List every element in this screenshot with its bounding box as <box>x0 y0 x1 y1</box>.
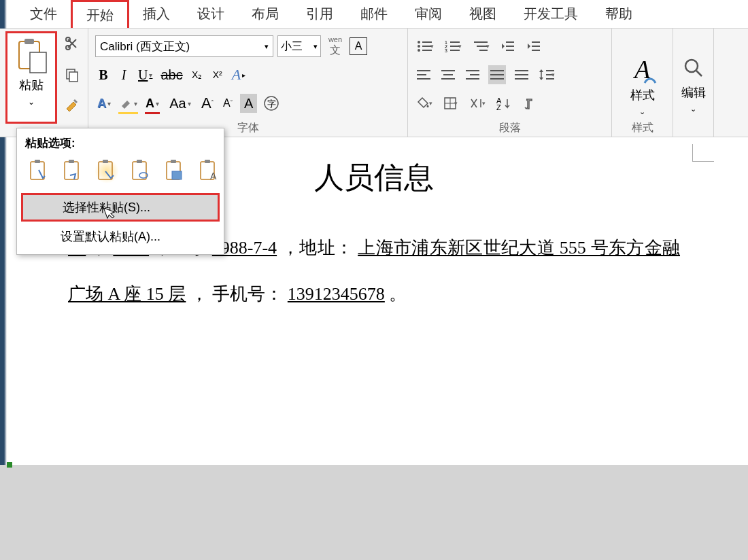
svg-text:Z: Z <box>496 103 501 110</box>
font-size-select[interactable]: 小三 ▾ <box>277 35 321 57</box>
styles-group-label: 样式 <box>612 121 673 135</box>
highlight-button[interactable]: ▾ <box>117 94 139 113</box>
dropdown-arrow-icon: ▾ <box>313 42 318 51</box>
multilevel-list-button[interactable]: ▾ <box>471 37 492 56</box>
svg-point-13 <box>418 49 420 52</box>
tab-view[interactable]: 视图 <box>456 0 510 28</box>
align-right-button[interactable] <box>464 65 481 84</box>
paste-dropdown-arrow[interactable]: ⌄ <box>28 97 35 107</box>
superscript-button[interactable]: X² <box>209 65 226 84</box>
svg-point-54 <box>685 60 698 72</box>
styles-label: 样式 <box>630 87 655 103</box>
svg-rect-61 <box>103 160 108 163</box>
enclose-char-button[interactable]: 字 <box>261 94 282 113</box>
tab-insert[interactable]: 插入 <box>129 0 184 28</box>
paste-dropdown-menu: 粘贴选项: A 选择性粘贴(S)... 设置默认粘贴(A)... <box>16 128 224 255</box>
svg-rect-1 <box>24 39 34 44</box>
svg-rect-69 <box>205 160 210 163</box>
svg-text:A: A <box>210 171 217 181</box>
paste-option-keep-source-icon[interactable] <box>27 159 51 183</box>
font-group: Calibri (西文正文) ▾ 小三 ▾ wen 文 A B I U▾ abc… <box>88 29 408 137</box>
svg-rect-2 <box>30 52 46 73</box>
paste-options-title: 粘贴选项: <box>17 133 224 156</box>
paste-label: 粘贴 <box>19 77 44 93</box>
paste-option-link-icon[interactable] <box>129 159 153 183</box>
clipboard-icon <box>12 37 50 75</box>
paste-option-merge-icon[interactable] <box>61 159 85 183</box>
tab-layout[interactable]: 布局 <box>238 0 292 28</box>
styles-dropdown-arrow[interactable]: ⌄ <box>639 107 645 116</box>
find-icon[interactable] <box>683 57 704 82</box>
phonetic-guide-icon[interactable]: wen 文 <box>325 35 345 58</box>
tab-developer[interactable]: 开发工具 <box>510 0 592 28</box>
ribbon: 粘贴 ⌄ Calibri (西文正文) ▾ 小三 ▾ <box>0 29 748 137</box>
svg-rect-66 <box>171 160 176 163</box>
italic-button[interactable]: I <box>116 65 132 84</box>
decrease-indent-button[interactable] <box>498 37 517 56</box>
font-name-select[interactable]: Calibri (西文正文) ▾ <box>95 35 273 57</box>
svg-rect-63 <box>137 160 142 163</box>
show-marks-button[interactable] <box>520 94 538 113</box>
distributed-button[interactable] <box>513 65 530 84</box>
font-color-button[interactable]: A ▾ <box>143 94 161 113</box>
tab-file[interactable]: 文件 <box>16 0 71 28</box>
shading-button[interactable]: ▾ <box>415 94 435 113</box>
paste-option-picture-icon[interactable] <box>95 159 119 183</box>
char-border-icon[interactable]: A <box>350 37 367 55</box>
svg-text:字: 字 <box>267 99 276 109</box>
paragraph-group: ▾ 123▾ ▾ ▾ ▾ ▾ ▾ AZ 段落 <box>408 29 612 137</box>
increase-indent-button[interactable] <box>524 37 543 56</box>
copy-icon[interactable] <box>63 65 82 84</box>
tab-design[interactable]: 设计 <box>184 0 238 28</box>
page-gap <box>0 465 748 560</box>
tab-mail[interactable]: 邮件 <box>347 0 401 28</box>
char-shading-button[interactable]: A <box>240 94 257 113</box>
line-spacing-button[interactable]: ▾ <box>537 65 557 84</box>
paste-option-text-only-icon[interactable]: A <box>197 159 221 183</box>
grow-font-button[interactable]: Aˆ <box>199 94 216 113</box>
edit-group: 编辑 ⌄ <box>673 29 714 137</box>
tab-review[interactable]: 审阅 <box>401 0 456 28</box>
paste-option-image-icon[interactable] <box>163 159 187 183</box>
svg-rect-6 <box>69 72 78 82</box>
text-effects-dropdown[interactable]: A▾ <box>95 94 113 113</box>
bold-button[interactable]: B <box>95 65 112 84</box>
text-effects-button[interactable]: A▸ <box>230 65 248 84</box>
sort-button[interactable]: AZ <box>494 94 513 113</box>
edit-label: 编辑 <box>681 84 706 101</box>
bullets-button[interactable]: ▾ <box>415 37 436 56</box>
tab-references[interactable]: 引用 <box>292 0 347 28</box>
change-case-button[interactable]: Aa▾ <box>165 94 195 113</box>
subscript-button[interactable]: X₂ <box>189 65 205 84</box>
edit-dropdown-arrow[interactable]: ⌄ <box>690 105 696 113</box>
paste-button[interactable]: 粘贴 ⌄ <box>5 31 57 124</box>
styles-group: A 样式 ⌄ 样式 <box>612 29 673 137</box>
underline-button[interactable]: U▾ <box>136 65 154 84</box>
borders-button[interactable]: ▾ <box>441 94 460 113</box>
align-center-button[interactable] <box>439 65 457 84</box>
svg-rect-58 <box>65 162 78 179</box>
styles-icon[interactable]: A <box>634 54 650 84</box>
format-painter-icon[interactable] <box>63 97 82 116</box>
cut-icon[interactable] <box>63 34 82 53</box>
svg-rect-57 <box>35 160 40 163</box>
paragraph-group-label: 段落 <box>408 121 611 135</box>
ruler-marker <box>692 144 714 162</box>
align-left-button[interactable] <box>415 65 432 84</box>
set-default-paste-menu-item[interactable]: 设置默认粘贴(A)... <box>17 223 224 250</box>
asian-layout-button[interactable]: ▾ <box>466 94 488 113</box>
svg-line-55 <box>696 71 702 76</box>
numbering-button[interactable]: 123▾ <box>443 37 464 56</box>
justify-button[interactable] <box>488 65 506 84</box>
paste-special-menu-item[interactable]: 选择性粘贴(S)... <box>21 193 220 222</box>
clipboard-group: 粘贴 ⌄ <box>0 29 88 137</box>
dropdown-arrow-icon: ▾ <box>265 42 269 51</box>
tab-home[interactable]: 开始 <box>71 0 129 28</box>
svg-point-9 <box>418 41 420 43</box>
ribbon-tabs: 文件 开始 插入 设计 布局 引用 邮件 审阅 视图 开发工具 帮助 <box>0 0 748 29</box>
strikethrough-button[interactable]: abc <box>158 65 184 84</box>
tab-help[interactable]: 帮助 <box>592 0 646 28</box>
font-name-value: Calibri (西文正文) <box>100 39 190 54</box>
svg-rect-67 <box>172 171 182 179</box>
shrink-font-button[interactable]: Aˇ <box>220 94 236 113</box>
